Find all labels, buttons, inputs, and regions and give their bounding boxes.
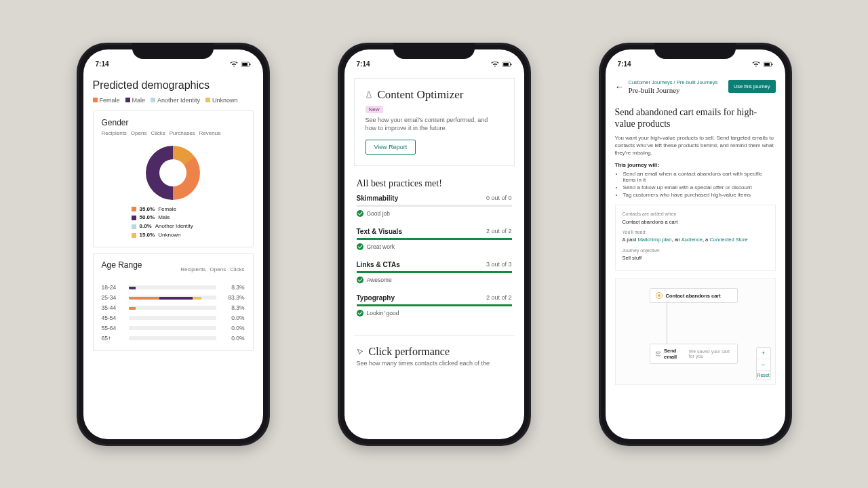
check-icon [357, 277, 363, 283]
breadcrumb[interactable]: Customer Journeys / Pre-built Journeys [629, 79, 718, 85]
metric-tab[interactable]: Recipients [102, 130, 127, 136]
page-title: Predicted demographics [93, 79, 254, 92]
status-time: 7:14 [96, 60, 109, 68]
svg-rect-7 [764, 63, 770, 66]
age-row: 25-3483.3% [102, 294, 245, 301]
click-performance-title: Click performance [369, 346, 450, 358]
zoom-controls: + − Reset [756, 347, 771, 380]
screen: 7:14 Content Optimizer New See how your … [344, 49, 524, 439]
flow-node-email[interactable]: Send email We saved your cart for you [650, 344, 738, 364]
metric-tab[interactable]: Revenue [199, 130, 221, 136]
flow-connector [667, 303, 667, 344]
svg-rect-5 [511, 63, 511, 65]
journey-title: Send abandoned cart emails for high-valu… [615, 106, 776, 130]
zoom-reset-button[interactable]: Reset [757, 371, 770, 380]
legend-item: Unknown [205, 97, 238, 104]
age-card: Age Range Recipients Opens Clicks 18-248… [93, 253, 254, 351]
legend-line: 50.0%Male [132, 214, 253, 222]
flask-icon [366, 92, 372, 98]
bar [129, 296, 216, 300]
optimizer-desc: See how your email's content performed, … [366, 116, 494, 133]
status-time: 7:14 [357, 60, 370, 68]
svg-rect-1 [242, 63, 248, 66]
page-name: Pre-built Journey [629, 86, 718, 94]
donut [146, 146, 200, 200]
bar [129, 285, 216, 289]
flow-node-trigger[interactable]: Contact abandons cart [650, 288, 738, 303]
legend-item: Another Identity [151, 97, 200, 104]
wifi-icon [229, 61, 239, 68]
svg-rect-9 [656, 352, 661, 356]
journey-info: Contacts are added when Contact abandons… [615, 205, 776, 271]
you-need-line: A paid Mailchimp plan, an Audience, a Co… [623, 236, 768, 243]
back-arrow-icon[interactable]: ← [615, 81, 625, 92]
best-practices-title: All best practices met! [354, 178, 515, 189]
journey-bullets: Send an email when a contact abandons ca… [615, 171, 776, 198]
svg-rect-2 [250, 63, 250, 65]
check-icon [357, 310, 363, 317]
new-badge: New [366, 106, 383, 113]
status-icons [229, 61, 251, 68]
email-icon [656, 350, 661, 357]
screen: 7:14 Predicted demographics Female Male … [83, 49, 263, 439]
content: Predicted demographics Female Male Anoth… [83, 68, 263, 439]
metric-tab[interactable]: Opens [131, 130, 147, 136]
practice-text-visuals: Text & Visuals2 out of 2 Great work [354, 228, 515, 261]
list-item: Send an email when a contact abandons ca… [623, 171, 776, 183]
page-header: ← Customer Journeys / Pre-built Journeys… [615, 75, 776, 101]
phone-journey: 7:14 ← Customer Journeys / Pre-built Jou… [599, 43, 792, 446]
bar [129, 306, 216, 310]
optimizer-title: Content Optimizer [378, 88, 464, 102]
practice-skimmability: Skimmability0 out of 0 Good job [354, 195, 515, 228]
use-journey-button[interactable]: Use this journey [728, 80, 776, 93]
metric-tabs[interactable]: Recipients Opens Clicks [180, 266, 244, 272]
swatch-female [93, 98, 98, 102]
age-row: 65+0.0% [102, 335, 245, 342]
practice-typography: Typography2 out of 2 Lookin' good [354, 294, 515, 327]
metric-tab[interactable]: Clicks [230, 266, 244, 272]
trigger-dot-icon [656, 292, 663, 299]
optimizer-header: Content Optimizer [366, 88, 503, 102]
practice-links-ctas: Links & CTAs3 out of 3 Awesome [354, 261, 515, 294]
metric-tab[interactable]: Opens [210, 266, 226, 272]
phone-notch [132, 43, 214, 59]
click-performance-desc: See how many times contacts clicked each… [357, 360, 512, 367]
flow-canvas[interactable]: Contact abandons cart Send email We save… [615, 278, 776, 385]
content: ← Customer Journeys / Pre-built Journeys… [606, 68, 785, 439]
age-rows: 18-248.3% 25-3483.3% 35-448.3% 45-540.0%… [94, 277, 253, 350]
status-icons [490, 61, 512, 68]
metric-tab[interactable]: Recipients [180, 266, 205, 272]
check-icon [357, 243, 363, 250]
phone-notch [393, 43, 475, 59]
card-title: Age Range [102, 260, 142, 270]
audience-link[interactable]: Audience [682, 237, 703, 243]
content: Content Optimizer New See how your email… [344, 68, 524, 439]
gender-card: Gender Recipients Opens Clicks Purchases… [93, 110, 254, 247]
metric-tabs[interactable]: Recipients Opens Clicks Purchases Revenu… [102, 130, 245, 136]
check-icon [357, 210, 363, 217]
bar [129, 326, 216, 330]
metric-tab[interactable]: Clicks [151, 130, 165, 136]
status-time: 7:14 [618, 60, 631, 68]
metric-tab[interactable]: Purchases [170, 130, 195, 136]
zoom-in-button[interactable]: + [757, 348, 770, 359]
age-row: 35-448.3% [102, 304, 245, 311]
view-report-button[interactable]: View Report [366, 140, 416, 155]
connected-store-link[interactable]: Connected Store [709, 237, 747, 243]
progress-bar [357, 304, 512, 306]
swatch-another [151, 98, 155, 102]
legend-item: Male [125, 97, 146, 104]
svg-rect-8 [772, 63, 772, 65]
swatch-male [125, 98, 130, 102]
age-row: 45-540.0% [102, 314, 245, 321]
legend-line: 0.0%Another Identity [132, 222, 253, 231]
legend-item: Female [93, 97, 120, 104]
phone-demographics: 7:14 Predicted demographics Female Male … [77, 43, 270, 446]
legend-line: 35.0%Female [132, 205, 253, 214]
battery-icon [764, 61, 773, 68]
gender-legend: 35.0%Female 50.0%Male 0.0%Another Identi… [94, 203, 253, 247]
zoom-out-button[interactable]: − [757, 359, 770, 371]
mailchimp-plan-link[interactable]: Mailchimp plan [637, 237, 671, 243]
click-performance-section: Click performance See how many times con… [354, 336, 515, 367]
phone-notch [654, 43, 736, 59]
